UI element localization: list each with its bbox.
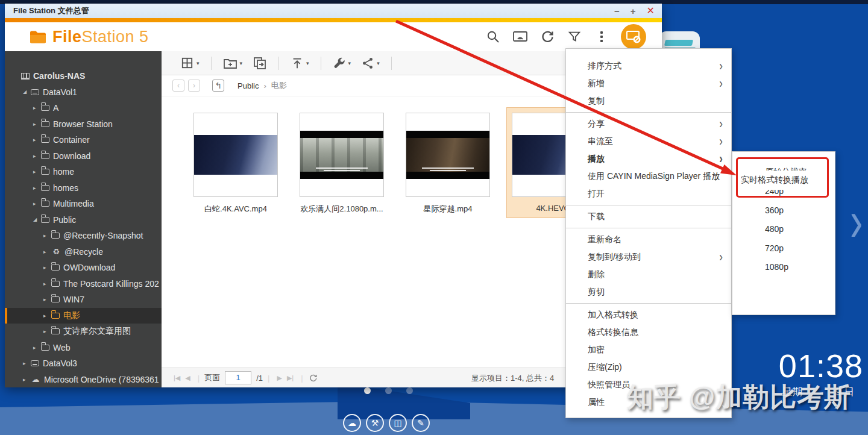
sidebar-item-0[interactable]: Carolus-NAS bbox=[5, 68, 162, 84]
menu-item-12[interactable]: 剪切 bbox=[566, 283, 731, 301]
next-page-icon[interactable]: ▶ bbox=[277, 374, 281, 382]
tree-toggle-icon[interactable]: ▸ bbox=[33, 121, 41, 127]
menu-item-3[interactable]: 分享› bbox=[566, 115, 731, 133]
desktop-next-page-chevron[interactable]: › bbox=[850, 188, 863, 255]
notes-icon[interactable]: ✎ bbox=[412, 414, 430, 432]
copy-move-button[interactable] bbox=[250, 57, 270, 70]
file-item-1[interactable]: 欢乐满人间2.1080p.m... bbox=[300, 113, 384, 214]
tree-toggle-icon[interactable]: ▸ bbox=[43, 233, 51, 239]
sidebar-item-18[interactable]: ▸DataVol3 bbox=[5, 355, 162, 372]
dropdown-caret-icon[interactable]: ▾ bbox=[240, 60, 243, 66]
tree-toggle-icon[interactable]: ◢ bbox=[33, 217, 41, 222]
menu-item-13[interactable]: 加入格式转换 bbox=[566, 306, 731, 324]
more-options-icon[interactable] bbox=[594, 29, 609, 45]
sidebar-item-7[interactable]: ▸homes bbox=[5, 180, 162, 196]
sidebar-item-4[interactable]: ▸Container bbox=[5, 132, 162, 148]
sidebar-item-19[interactable]: ▸☁Microsoft OneDrive (78396361 bbox=[5, 372, 162, 388]
close-button[interactable]: ✕ bbox=[647, 6, 655, 16]
sidebar-item-2[interactable]: ▸A bbox=[5, 100, 162, 116]
menu-item-15[interactable]: 加密 bbox=[566, 341, 731, 358]
sidebar-item-3[interactable]: ▸Browser Station bbox=[5, 116, 162, 133]
tree-toggle-icon[interactable]: ▸ bbox=[33, 137, 41, 143]
tree-toggle-icon[interactable]: ▸ bbox=[43, 328, 51, 334]
last-page-icon[interactable]: ▶| bbox=[287, 374, 294, 382]
share-button[interactable]: ▾ bbox=[358, 57, 383, 70]
dropdown-caret-icon[interactable]: ▾ bbox=[306, 60, 309, 66]
tools-icon[interactable]: ⚒ bbox=[366, 414, 384, 432]
tools-button[interactable]: ▾ bbox=[330, 57, 354, 70]
menu-item-14[interactable]: 格式转换信息 bbox=[566, 324, 731, 341]
sidebar-item-10[interactable]: ▸@Recently-Snapshot bbox=[5, 228, 162, 244]
sidebar-item-17[interactable]: ▸Web bbox=[5, 340, 162, 356]
tree-toggle-icon[interactable]: ▸ bbox=[23, 377, 31, 383]
tree-toggle-icon[interactable]: ▸ bbox=[43, 281, 51, 287]
sidebar-item-11[interactable]: ▸♻@Recycle bbox=[5, 244, 162, 260]
cloud-sync-icon[interactable]: ☁ bbox=[343, 414, 361, 432]
filter-icon[interactable] bbox=[567, 29, 582, 45]
sidebar-item-5[interactable]: ▸Download bbox=[5, 148, 162, 164]
user-avatar[interactable] bbox=[621, 24, 646, 49]
sidebar-item-6[interactable]: ▸home bbox=[5, 164, 162, 180]
menu-item-11[interactable]: 删除 bbox=[566, 266, 731, 283]
sidebar-item-8[interactable]: ▸Multimedia bbox=[5, 196, 162, 212]
pager-dot-active[interactable] bbox=[364, 387, 371, 394]
menu-item-1[interactable]: 新增› bbox=[566, 75, 731, 92]
tree-toggle-icon[interactable]: ▸ bbox=[33, 345, 41, 351]
nav-forward-button[interactable]: › bbox=[188, 80, 200, 92]
nav-back-button[interactable]: ‹ bbox=[172, 80, 184, 92]
tree-toggle-icon[interactable]: ▸ bbox=[33, 153, 41, 159]
search-icon[interactable] bbox=[485, 29, 501, 45]
tree-toggle-icon[interactable]: ▸ bbox=[43, 264, 51, 271]
tree-toggle-icon[interactable]: ◢ bbox=[23, 89, 31, 95]
tree-toggle-icon[interactable]: ▸ bbox=[33, 105, 41, 111]
submenu-item-7[interactable]: 1080p bbox=[732, 258, 835, 277]
menu-item-4[interactable]: 串流至› bbox=[566, 133, 731, 150]
sidebar-item-14[interactable]: ▸WIN7 bbox=[5, 292, 162, 308]
tree-toggle-icon[interactable]: ▸ bbox=[43, 313, 51, 319]
window-titlebar[interactable]: File Station 文件总管 − + ✕ bbox=[5, 4, 662, 18]
refresh-icon[interactable] bbox=[539, 29, 555, 45]
first-page-icon[interactable]: |◀ bbox=[174, 374, 180, 382]
submenu-item-2[interactable]: 实时格式转换播放 bbox=[732, 171, 835, 190]
cast-icon[interactable] bbox=[512, 29, 528, 45]
tree-toggle-icon[interactable]: ▸ bbox=[43, 296, 51, 302]
create-folder-button[interactable]: ▾ bbox=[220, 57, 246, 70]
submenu-item-6[interactable]: 720p bbox=[732, 239, 835, 258]
submenu-item-5[interactable]: 480p bbox=[732, 220, 835, 239]
menu-item-9[interactable]: 重新命名 bbox=[566, 231, 731, 248]
menu-item-16[interactable]: 压缩(Zip) bbox=[566, 358, 731, 376]
file-item-2[interactable]: 星际穿越.mp4 bbox=[406, 113, 490, 214]
pager-dot[interactable] bbox=[385, 387, 392, 394]
menu-item-8[interactable]: 下载 bbox=[566, 208, 731, 225]
file-item-0[interactable]: 白蛇.4K.AVC.mp4 bbox=[193, 113, 278, 214]
desktop-pager-dots[interactable] bbox=[364, 387, 413, 394]
dropdown-caret-icon[interactable]: ▾ bbox=[377, 60, 380, 66]
nav-up-button[interactable]: ↰ bbox=[212, 80, 224, 92]
tree-toggle-icon[interactable]: ▸ bbox=[33, 185, 41, 191]
minimize-button[interactable]: − bbox=[614, 7, 620, 16]
upload-button[interactable]: ▾ bbox=[288, 57, 312, 70]
menu-item-6[interactable]: 使用 CAYIN MediaSign Player 播放 bbox=[566, 167, 731, 185]
dropdown-caret-icon[interactable]: ▾ bbox=[197, 60, 200, 66]
menu-item-7[interactable]: 打开 bbox=[566, 185, 731, 202]
sidebar-item-9[interactable]: ◢Public bbox=[5, 212, 162, 228]
tree-toggle-icon[interactable]: ▸ bbox=[23, 360, 31, 366]
submenu-item-4[interactable]: 360p bbox=[732, 201, 835, 220]
maximize-button[interactable]: + bbox=[631, 7, 636, 16]
menu-item-10[interactable]: 复制到/移动到› bbox=[566, 248, 731, 266]
status-refresh-icon[interactable] bbox=[308, 373, 318, 383]
tree-toggle-icon[interactable]: ▸ bbox=[33, 169, 41, 175]
menu-item-2[interactable]: 复制 bbox=[566, 92, 731, 110]
pager-dot[interactable] bbox=[406, 387, 413, 394]
menu-item-0[interactable]: 排序方式› bbox=[566, 57, 731, 75]
sidebar-item-12[interactable]: ▸OWDownload bbox=[5, 260, 162, 276]
sidebar-item-13[interactable]: ▸The Postcard Killings 202 bbox=[5, 276, 162, 292]
view-grid-button[interactable]: ▾ bbox=[177, 56, 203, 70]
dropdown-caret-icon[interactable]: ▾ bbox=[348, 60, 351, 66]
sidebar-item-16[interactable]: ▸艾诗摩尔文章用图 bbox=[5, 324, 162, 340]
page-number-input[interactable]: 1 bbox=[225, 371, 251, 384]
menu-item-5[interactable]: 播放› bbox=[566, 150, 731, 167]
library-icon[interactable]: ◫ bbox=[389, 414, 407, 432]
prev-page-icon[interactable]: ◀ bbox=[185, 374, 190, 382]
tree-toggle-icon[interactable]: ▸ bbox=[43, 249, 51, 255]
